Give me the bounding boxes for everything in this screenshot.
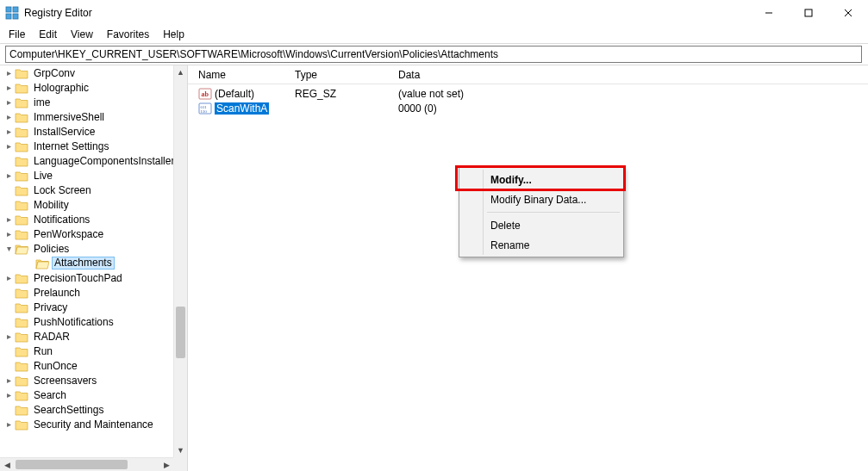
value-row[interactable]: (Default)REG_SZ(value not set) — [188, 86, 868, 101]
tree-item[interactable]: ▸ime — [0, 95, 173, 109]
expand-icon[interactable]: ▸ — [3, 112, 14, 121]
window-controls — [749, 0, 868, 26]
tree-item-label: Internet Settings — [31, 140, 111, 152]
svg-rect-2 — [6, 14, 11, 19]
expand-icon[interactable]: ▸ — [3, 375, 14, 385]
folder-icon — [15, 360, 28, 372]
context-menu-modify[interactable]: Modify... — [461, 170, 621, 189]
context-menu-delete[interactable]: Delete — [461, 215, 621, 235]
context-menu-rename[interactable]: Rename — [461, 235, 621, 255]
tree-item[interactable]: ▸GrpConv — [0, 65, 173, 80]
tree-item-label: PenWorkspace — [31, 228, 106, 240]
column-header-type[interactable]: Type — [291, 69, 395, 81]
menu-view[interactable]: View — [66, 27, 98, 42]
tree-pane: ▸GrpConv▸Holographic▸ime▸ImmersiveShell▸… — [0, 65, 188, 471]
expand-icon[interactable]: ▸ — [3, 170, 14, 180]
tree-item-label: Prelaunch — [31, 287, 83, 299]
expand-icon[interactable]: ▸ — [3, 141, 14, 151]
expand-icon[interactable]: ▸ — [3, 332, 14, 341]
tree-item[interactable]: ▸Screensavers — [0, 373, 173, 387]
scroll-thumb-horizontal[interactable] — [16, 460, 128, 469]
window-title: Registry Editor — [24, 7, 92, 19]
tree-item[interactable]: RunOnce — [0, 358, 173, 373]
folder-icon — [15, 404, 28, 416]
tree-item-label: Mobility — [31, 199, 72, 211]
list-rows[interactable]: (Default)REG_SZ(value not set)ScanWithA0… — [188, 84, 868, 115]
tree-item[interactable]: ▸PenWorkspace — [0, 226, 173, 241]
tree-item[interactable]: ▸PrecisionTouchPad — [0, 270, 173, 285]
folder-icon — [15, 375, 28, 387]
scroll-down-icon[interactable]: ▼ — [174, 443, 187, 457]
scroll-corner — [173, 457, 187, 471]
tree-item-label: RADAR — [31, 331, 72, 343]
context-menu: Modify... Modify Binary Data... Delete R… — [459, 167, 624, 257]
tree-content[interactable]: ▸GrpConv▸Holographic▸ime▸ImmersiveShell▸… — [0, 65, 173, 457]
scroll-thumb-vertical[interactable] — [176, 307, 185, 358]
menu-edit[interactable]: Edit — [34, 27, 62, 42]
folder-icon — [15, 126, 28, 138]
folder-icon — [15, 331, 28, 343]
value-row[interactable]: ScanWithA0000 (0) — [188, 101, 868, 115]
minimize-button[interactable] — [749, 0, 789, 26]
expand-icon[interactable]: ▸ — [3, 83, 14, 92]
tree-item[interactable]: ▸Notifications — [0, 212, 173, 226]
regedit-icon — [5, 6, 19, 20]
tree-item[interactable]: PushNotifications — [0, 314, 173, 329]
tree-item-label: Search — [31, 389, 69, 401]
collapse-icon[interactable]: ▾ — [3, 244, 14, 253]
tree-item[interactable]: Run — [0, 344, 173, 358]
value-name-text: ScanWithA — [215, 102, 269, 115]
folder-icon — [15, 418, 28, 431]
folder-icon — [15, 199, 28, 211]
expand-icon[interactable]: ▸ — [3, 214, 14, 224]
address-input[interactable] — [5, 46, 862, 63]
folder-icon — [15, 170, 28, 182]
expand-icon[interactable]: ▸ — [3, 390, 14, 400]
menubar: File Edit View Favorites Help — [0, 26, 868, 43]
tree-item[interactable]: ▸Security and Maintenance — [0, 417, 173, 431]
tree-item[interactable]: SearchSettings — [0, 402, 173, 417]
tree-item-label: Attachments — [52, 257, 115, 270]
context-menu-separator — [487, 212, 620, 213]
tree-item[interactable]: ▸InstallService — [0, 124, 173, 139]
tree-item[interactable]: ▸Internet Settings — [0, 139, 173, 153]
tree-item[interactable]: Lock Screen — [0, 183, 173, 197]
value-name-cell: ScanWithA — [195, 102, 291, 115]
scroll-left-icon[interactable]: ◀ — [0, 458, 14, 471]
tree-item[interactable]: Attachments — [0, 256, 173, 270]
scroll-up-icon[interactable]: ▲ — [174, 65, 187, 79]
tree-item[interactable]: ▾Policies — [0, 241, 173, 256]
menu-favorites[interactable]: Favorites — [102, 27, 154, 42]
menu-file[interactable]: File — [3, 27, 30, 42]
tree-item-label: Run — [31, 345, 55, 357]
expand-icon[interactable]: ▸ — [3, 127, 14, 136]
tree-item[interactable]: Privacy — [0, 300, 173, 314]
tree-item[interactable]: Mobility — [0, 197, 173, 212]
maximize-button[interactable] — [789, 0, 828, 26]
tree-item[interactable]: ▸RADAR — [0, 329, 173, 344]
value-type-cell: REG_SZ — [291, 88, 395, 100]
tree-item-label: Lock Screen — [31, 184, 94, 196]
tree-horizontal-scrollbar[interactable]: ◀ ▶ — [0, 457, 173, 471]
expand-icon[interactable]: ▸ — [3, 229, 14, 239]
tree-item[interactable]: ▸ImmersiveShell — [0, 109, 173, 124]
expand-icon[interactable]: ▸ — [3, 273, 14, 282]
context-menu-modify-binary[interactable]: Modify Binary Data... — [461, 189, 621, 209]
tree-item[interactable]: ▸Search — [0, 387, 173, 402]
expand-icon[interactable]: ▸ — [3, 97, 14, 107]
column-header-name[interactable]: Name — [195, 69, 291, 81]
tree-item[interactable]: ▸Live — [0, 168, 173, 183]
expand-icon[interactable]: ▸ — [3, 68, 14, 77]
tree-item[interactable]: LanguageComponentsInstaller — [0, 153, 173, 168]
tree-item[interactable]: ▸Holographic — [0, 80, 173, 95]
close-button[interactable] — [828, 0, 868, 26]
tree-vertical-scrollbar[interactable]: ▲ ▼ — [173, 65, 187, 457]
tree-item[interactable]: Prelaunch — [0, 285, 173, 300]
folder-icon — [15, 82, 28, 94]
scroll-right-icon[interactable]: ▶ — [159, 458, 173, 471]
expand-icon[interactable]: ▸ — [3, 419, 14, 429]
column-header-data[interactable]: Data — [395, 69, 868, 81]
string-value-icon — [198, 87, 212, 101]
menu-help[interactable]: Help — [158, 27, 190, 42]
tree-item-label: SearchSettings — [31, 404, 106, 416]
